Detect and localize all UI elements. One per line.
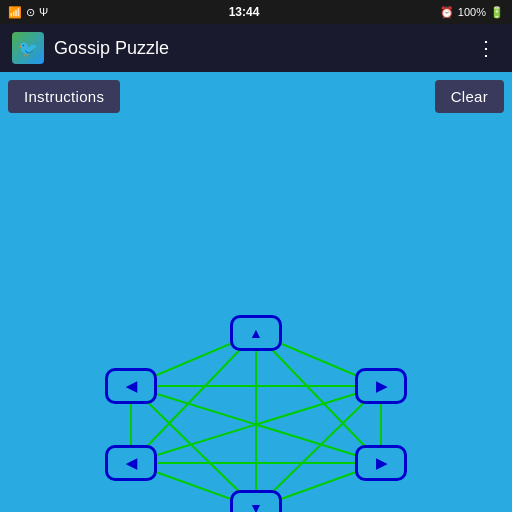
node-top[interactable]: ▲ (230, 315, 282, 351)
node-bl-arrow: ◀ (126, 455, 137, 471)
battery-icon: 🔋 (490, 6, 504, 19)
instructions-button[interactable]: Instructions (8, 80, 120, 113)
node-bottom-arrow: ▼ (249, 500, 263, 512)
menu-icon[interactable]: ⋮ (472, 32, 500, 64)
status-left: 📶 ⊙ Ψ (8, 6, 48, 19)
app-title: Gossip Puzzle (54, 38, 462, 59)
status-time: 13:44 (229, 5, 260, 19)
node-br-arrow: ▶ (376, 455, 387, 471)
app-logo: 🐦 (18, 39, 38, 58)
node-right-arrow: ▶ (376, 378, 387, 394)
node-right[interactable]: ▶ (355, 368, 407, 404)
sim-icon: Ψ (39, 6, 48, 18)
app-icon: 🐦 (12, 32, 44, 64)
status-right: ⏰ 100% 🔋 (440, 6, 504, 19)
data-icon: ⊙ (26, 6, 35, 19)
alarm-icon: ⏰ (440, 6, 454, 19)
node-bottom-left[interactable]: ◀ (105, 445, 157, 481)
node-bottom[interactable]: ▼ (230, 490, 282, 512)
node-left-arrow: ◀ (126, 378, 137, 394)
clear-button[interactable]: Clear (435, 80, 504, 113)
node-top-arrow: ▲ (249, 325, 263, 341)
app-bar: 🐦 Gossip Puzzle ⋮ (0, 24, 512, 72)
signal-icon: 📶 (8, 6, 22, 19)
node-left[interactable]: ◀ (105, 368, 157, 404)
battery-text: 100% (458, 6, 486, 18)
node-bottom-right[interactable]: ▶ (355, 445, 407, 481)
toolbar: Instructions Clear (0, 72, 512, 120)
status-bar: 📶 ⊙ Ψ 13:44 ⏰ 100% 🔋 (0, 0, 512, 24)
main-content: ▲ ◀ ▶ ◀ ▶ ▼ (0, 120, 512, 512)
